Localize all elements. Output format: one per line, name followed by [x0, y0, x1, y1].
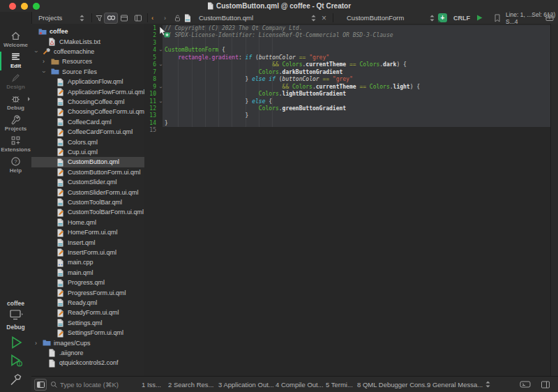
tree-item-customsliderform-ui-qml[interactable]: CustomSliderForm.ui.qml	[31, 187, 144, 197]
sidebar-item-debug[interactable]: Debug	[0, 93, 31, 114]
tree-item-choosingcoffeeform-ui-qml[interactable]: ChoosingCoffeeForm.ui.qml	[31, 107, 144, 116]
forward-icon[interactable]: ›	[164, 12, 166, 24]
output-pane-button-4[interactable]: 4 Compile Out...	[276, 377, 324, 392]
code-line-5[interactable]: rectangle.gradient: if (buttonColor == "…	[165, 54, 329, 61]
updown-arrows-icon[interactable]	[310, 12, 317, 24]
fold-marker-icon[interactable]: ›	[157, 99, 164, 105]
kit-selector-button[interactable]	[0, 309, 31, 322]
output-pane-button-5[interactable]: 5 Termi...	[326, 377, 353, 392]
chevron-right-icon[interactable]: ›	[35, 338, 37, 348]
split-editor-icon[interactable]	[545, 12, 554, 24]
tree-item-homeform-ui-qml[interactable]: HomeForm.ui.qml	[31, 227, 144, 237]
split-view-icon[interactable]	[120, 12, 128, 24]
tree-item-images-cups[interactable]: ›images/Cups	[31, 338, 144, 347]
updown-arrows-icon[interactable]	[79, 12, 85, 24]
open-document-dropdown[interactable]: CustomButton.qml	[199, 12, 253, 24]
fold-marker-icon[interactable]: ›	[157, 48, 164, 54]
tree-item-applicationflowform-ui-qml[interactable]: ApplicationFlowForm.ui.qml	[31, 86, 144, 96]
code-line-13[interactable]: }	[165, 112, 248, 119]
fold-marker-icon[interactable]: ›	[157, 84, 164, 90]
qml-file-icon	[56, 158, 64, 168]
synchronize-link-icon[interactable]	[104, 12, 118, 24]
tree-item-applicationflow-qml[interactable]: ApplicationFlow.qml	[31, 77, 144, 86]
tree-item-customtoolbarform-ui-qml[interactable]: CustomToolBarForm.ui.qml	[31, 207, 144, 217]
code-line-4[interactable]: CustomButtonForm {	[165, 47, 225, 54]
tree-item-progressform-ui-qml[interactable]: ProgressForm.ui.qml	[31, 287, 144, 297]
tree-item-customslider-qml[interactable]: CustomSlider.qml	[31, 177, 144, 187]
fold-marker-icon[interactable]: ›	[157, 62, 164, 68]
output-console-icon[interactable]	[520, 377, 531, 392]
sidebar-item-extensions[interactable]: Extensions	[0, 135, 31, 156]
projects-dropdown[interactable]: Projects	[38, 12, 62, 24]
tree-item-source-files[interactable]: ›Source Files	[31, 67, 144, 77]
code-line-1[interactable]: // Copyright (C) 2023 The Qt Company Ltd…	[165, 25, 302, 32]
code-line-7[interactable]: Colors.darkButtonGradient	[165, 69, 342, 76]
tree-item-readyform-ui-qml[interactable]: ReadyForm.ui.qml	[31, 308, 144, 317]
code-line-2[interactable]: // SPDX-License-Identifier: LicenseRef-Q…	[165, 32, 393, 39]
symbol-overview-dropdown[interactable]: CustomButtonForm	[347, 12, 404, 24]
tree-item-cmakelists-txt[interactable]: CMakeLists.txt	[31, 36, 144, 46]
debug-run-button[interactable]	[0, 353, 31, 368]
chevron-down-icon[interactable]: ›	[39, 70, 49, 73]
code-line-9[interactable]: && Colors.currentTheme == Colors.light) …	[165, 84, 420, 91]
code-line-8[interactable]: } else if (buttonColor == "grey"	[165, 76, 353, 83]
output-pane-button-9[interactable]: 9 General Messa...	[427, 377, 483, 392]
toggle-left-sidebar-button[interactable]	[34, 379, 47, 391]
sidebar-item-welcome[interactable]: Welcome	[0, 31, 31, 51]
tree-item-custombutton-qml[interactable]: CustomButton.qml	[31, 157, 144, 167]
close-sidebar-icon[interactable]	[134, 12, 142, 24]
tree-item-coffee[interactable]: coffee	[31, 27, 144, 36]
tree-item-ready-qml[interactable]: Ready.qml	[31, 298, 144, 308]
close-document-icon[interactable]: ×	[322, 12, 326, 24]
tree-item-main-qml[interactable]: main.qml	[31, 268, 144, 278]
sidebar-item-help[interactable]: ?Help	[0, 156, 31, 176]
updown-arrows-icon[interactable]	[485, 377, 491, 392]
updown-arrows-icon[interactable]	[429, 12, 435, 24]
tree-item-resources[interactable]: ›Resources	[31, 56, 144, 66]
editor-scrollbar[interactable]	[550, 24, 558, 377]
tree-item-home-qml[interactable]: Home.qml	[31, 218, 144, 227]
output-pane-button-2[interactable]: 2 Search Res...	[168, 377, 213, 392]
vcs-status-badge[interactable]: +	[438, 12, 447, 24]
tree-item-insert-qml[interactable]: Insert.qml	[31, 237, 144, 247]
sidebar-item-edit[interactable]: Edit	[0, 52, 31, 72]
filter-icon[interactable]	[95, 12, 103, 24]
code-line-12[interactable]: Colors.greenButtonGradient	[165, 105, 346, 112]
tree-item-cup-ui-qml[interactable]: Cup.ui.qml	[31, 147, 144, 157]
run-qml-preview-icon[interactable]	[476, 12, 483, 24]
tree-item-settingsform-ui-qml[interactable]: SettingsForm.ui.qml	[31, 328, 144, 338]
line-ending-selector[interactable]: CRLF	[453, 12, 470, 24]
tree-item-main-cpp[interactable]: main.cpp	[31, 257, 144, 267]
tree-item-insertform-ui-qml[interactable]: InsertForm.ui.qml	[31, 248, 144, 257]
locator-input[interactable]: Type to locate (⌘K)	[60, 377, 119, 392]
chevron-down-icon[interactable]: ›	[31, 50, 41, 52]
output-pane-button-1[interactable]: 1 Iss...	[142, 377, 161, 392]
output-pane-button-3[interactable]: 3 Application Out...	[218, 377, 274, 392]
flyout-arrow-icon[interactable]	[28, 97, 30, 101]
code-line-14[interactable]: }	[165, 120, 168, 127]
code-line-11[interactable]: } else {	[165, 98, 272, 105]
tree-item-colors-qml[interactable]: Colors.qml	[31, 137, 144, 146]
run-button[interactable]	[0, 335, 31, 350]
build-button[interactable]	[0, 372, 31, 387]
back-icon[interactable]: ‹	[151, 12, 153, 24]
code-line-6[interactable]: && Colors.currentTheme == Colors.dark) {	[165, 61, 407, 68]
tree-item-settings-qml[interactable]: Settings.qml	[31, 318, 144, 328]
tree-item-coffeecard-qml[interactable]: CoffeeCard.qml	[31, 117, 144, 127]
tree-item-coffeemachine[interactable]: ›coffeemachine	[31, 47, 144, 56]
code-line-10[interactable]: Colors.lightButtonGradient	[165, 91, 346, 98]
toggle-right-panel-icon[interactable]	[541, 377, 550, 392]
tree-item-custombuttonform-ui-qml[interactable]: CustomButtonForm.ui.qml	[31, 167, 144, 177]
tree-item-customtoolbar-qml[interactable]: CustomToolBar.qml	[31, 197, 144, 207]
output-pane-button-8[interactable]: 8 QML Debugger Cons...	[357, 377, 430, 392]
tree-item-coffeecardform-ui-qml[interactable]: CoffeeCardForm.ui.qml	[31, 127, 144, 137]
sidebar-item-projects[interactable]: Projects	[0, 114, 31, 135]
code-editor[interactable]: 1// Copyright (C) 2023 The Qt Company Lt…	[144, 24, 558, 377]
tree-item-label: SettingsForm.ui.qml	[68, 328, 123, 338]
chevron-right-icon[interactable]: ›	[43, 56, 45, 66]
tree-item-choosingcoffee-qml[interactable]: ChoosingCoffee.qml	[31, 97, 144, 107]
tree-item-qtquickcontrols2-conf[interactable]: qtquickcontrols2.conf	[31, 358, 144, 368]
tree-item-progress-qml[interactable]: Progress.qml	[31, 278, 144, 287]
tree-item--aiignore[interactable]: .aiignore	[31, 348, 144, 358]
bookmark-icon[interactable]	[494, 12, 501, 24]
